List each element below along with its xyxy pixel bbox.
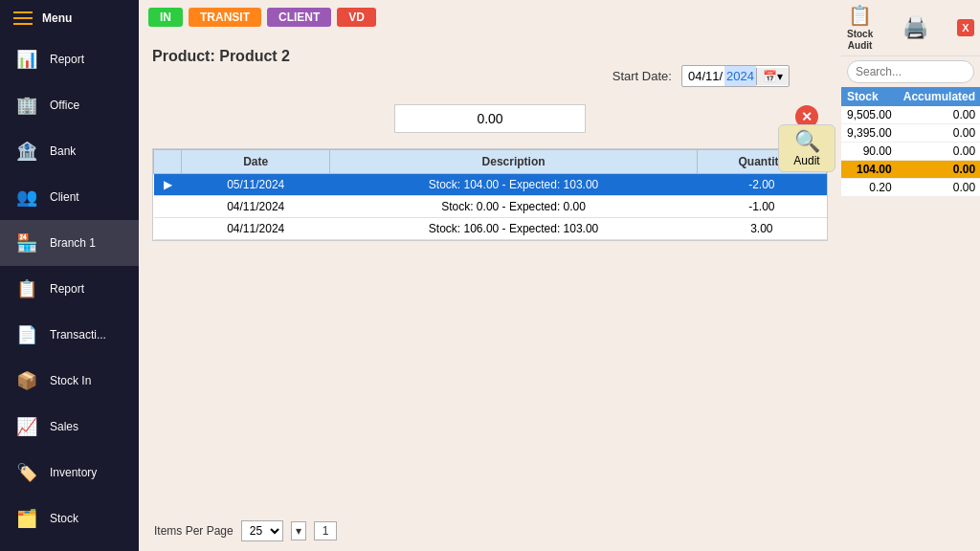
sidebar-item-stock[interactable]: 🗂️ Stock [0,496,139,541]
sidebar-item-report2[interactable]: 📋 Report [0,266,139,312]
sidebar-item-report[interactable]: 📊 Report [0,36,139,82]
close-button[interactable]: X [957,19,974,36]
main-content: Product: Product 2 Start Date: 04/11/202… [139,34,841,551]
badge-in[interactable]: IN [148,8,183,27]
sidebar-item-label: Stock In [50,374,91,387]
stock-audit-label: StockAudit [847,29,873,52]
audit-button[interactable]: 🔍 Audit [778,124,835,172]
stock-audit-button[interactable]: 📋 StockAudit [847,4,873,52]
inventory-icon: 🏷️ [13,459,40,486]
stock-value-cell: 90.00 [841,143,898,161]
office-icon: 🏢 [13,92,40,119]
printer-button[interactable]: 🖨️ [902,15,928,40]
stock-value-cell: 9,395.00 [841,124,898,143]
sidebar-item-label: Report [50,282,84,296]
sidebar-item-bank[interactable]: 🏦 Bank [0,128,139,174]
search-input[interactable] [847,60,974,83]
description-cell: Stock: 106.00 - Expected: 103.00 [330,218,697,240]
description-col-header: Description [330,150,697,174]
bank-icon: 🏦 [13,138,40,165]
date-col-header: Date [182,150,330,174]
quantity-cell: -2.00 [697,174,826,196]
sidebar-item-office[interactable]: 🏢 Office [0,82,139,128]
accumulated-col-header: Accumulated [898,87,980,106]
per-page-select[interactable]: 25 [241,520,283,541]
stock-audit-row[interactable]: 9,395.000.00 [841,124,980,143]
date-prefix: 04/11/ [682,66,724,86]
product-title: Product: Product 2 [152,48,290,64]
stock-value: 0.00 [394,104,586,133]
sidebar-item-label: Sales [50,420,78,433]
sidebar-item-transactions[interactable]: 📄 Transacti... [0,312,139,358]
row-arrow: ▶ [154,174,182,196]
accumulated-cell: 0.00 [898,179,980,197]
stock-audit-row[interactable]: 9,505.000.00 [841,106,980,124]
row-arrow [154,218,182,240]
stock-value-cell: 104.00 [841,161,898,179]
menu-button[interactable]: Menu [0,0,139,36]
sidebar-item-label: Stock [50,512,78,525]
sidebar-item-client[interactable]: 👥 Client [0,174,139,220]
per-page-dropdown[interactable]: ▾ [291,521,306,540]
sidebar-item-sales[interactable]: 📈 Sales [0,404,139,450]
badge-vd[interactable]: VD [337,8,376,27]
printer-icon: 🖨️ [902,15,928,40]
stock-audit-row[interactable]: 104.000.00 [841,161,980,179]
sidebar-item-label: Report [50,53,84,66]
data-table-container: Date Description Quantity ▶05/11/2024Sto… [152,148,828,241]
stock-audit-header: 📋 StockAudit 🖨️ X [841,0,980,56]
stock-audit-row[interactable]: 90.000.00 [841,143,980,161]
sidebar-item-label: Branch 1 [50,236,96,250]
audit-icon: 🔍 [794,129,820,154]
page-number-button[interactable]: 1 [314,521,338,540]
stock-value-cell: 9,505.00 [841,106,898,124]
hamburger-icon [13,11,33,25]
quantity-cell: 3.00 [697,218,826,240]
stock-audit-row[interactable]: 0.200.00 [841,179,980,197]
quantity-cell: -1.00 [697,196,826,218]
accumulated-cell: 0.00 [898,161,980,179]
badge-client[interactable]: CLIENT [267,8,331,27]
badge-transit[interactable]: TRANSIT [189,8,261,27]
report-icon: 📊 [13,46,40,73]
client-icon: 👥 [13,184,40,210]
audit-label: Audit [793,154,819,167]
stock-icon: 🗂️ [13,505,40,532]
sidebar-item-inventory[interactable]: 🏷️ Inventory [0,450,139,496]
start-date-label: Start Date: [612,69,672,83]
date-cell: 04/11/2024 [182,218,330,240]
date-cell: 05/11/2024 [182,174,330,196]
description-cell: Stock: 0.00 - Expected: 0.00 [330,196,697,218]
stock-audit-icon: 📋 [848,4,872,27]
table-row[interactable]: 04/11/2024Stock: 106.00 - Expected: 103.… [154,218,827,240]
report2-icon: 📋 [13,276,40,302]
date-input-wrapper: 04/11/2024 📅▾ [681,65,790,87]
row-arrow [154,196,182,218]
sales-icon: 📈 [13,413,40,440]
date-selected: 2024 [724,66,756,86]
sidebar-item-label: Client [50,190,79,204]
sidebar: Menu 📊 Report 🏢 Office 🏦 Bank 👥 Client 🏪… [0,0,139,551]
stock-value-cell: 0.20 [841,179,898,197]
table-row[interactable]: 04/11/2024Stock: 0.00 - Expected: 0.00-1… [154,196,827,218]
description-cell: Stock: 104.00 - Expected: 103.00 [330,174,697,196]
sidebar-item-branch1[interactable]: 🏪 Branch 1 [0,220,139,266]
branch-icon: 🏪 [13,230,40,256]
calendar-button[interactable]: 📅▾ [756,68,789,85]
data-table: Date Description Quantity ▶05/11/2024Sto… [153,149,827,240]
stock-in-icon: 📦 [13,367,40,394]
accumulated-cell: 0.00 [898,106,980,124]
stock-col-header: Stock [841,87,898,106]
items-per-page-label: Items Per Page [154,524,234,538]
accumulated-cell: 0.00 [898,143,980,161]
table-row[interactable]: ▶05/11/2024Stock: 104.00 - Expected: 103… [154,174,827,196]
sidebar-item-label: Transacti... [50,328,106,342]
sidebar-item-label: Inventory [50,466,97,479]
stock-audit-table: Stock Accumulated 9,505.000.009,395.000.… [841,87,980,197]
sidebar-item-label: Office [50,99,79,112]
menu-label: Menu [42,11,72,25]
transactions-icon: 📄 [13,321,40,348]
pagination-bar: Items Per Page 25 ▾ 1 [139,520,352,541]
stock-audit-panel: 📋 StockAudit 🖨️ X Stock Accumulated 9,50… [841,0,980,197]
sidebar-item-stock-in[interactable]: 📦 Stock In [0,358,139,404]
